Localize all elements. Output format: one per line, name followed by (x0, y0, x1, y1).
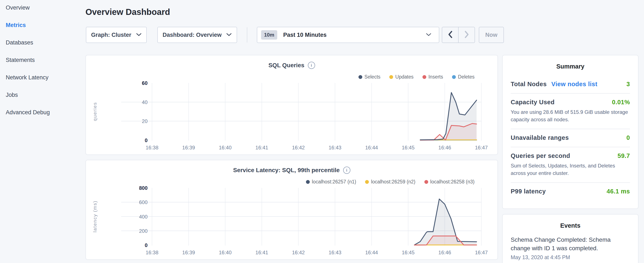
next-time-button[interactable] (458, 27, 474, 43)
legend-dot-icon (389, 75, 393, 79)
legend-item-inserts: Inserts (422, 74, 443, 80)
svg-text:16:42: 16:42 (292, 249, 305, 255)
legend-item-localhost-26259-n2: localhost:26259 (n2) (365, 179, 415, 185)
summary-value: 0 (626, 134, 630, 141)
svg-text:16:38: 16:38 (146, 249, 158, 255)
summary-description: Sum of Selects, Updates, Inserts, and De… (511, 162, 630, 177)
legend-label: localhost:26257 (n1) (312, 179, 356, 185)
legend-label: Selects (364, 74, 380, 80)
chevron-right-icon (464, 30, 470, 40)
svg-text:20: 20 (142, 118, 148, 124)
dashboard-dropdown-label: Dashboard: Overview (163, 32, 222, 38)
events-title: Events (502, 214, 638, 229)
graph-dropdown[interactable]: Graph: Cluster (86, 27, 147, 43)
sidebar-item-databases[interactable]: Databases (6, 38, 86, 47)
service-latency-chart[interactable]: 16:3816:3916:4016:4116:4216:4316:4416:45… (86, 160, 498, 260)
legend-dot-icon (358, 75, 362, 79)
legend-label: localhost:26258 (n3) (430, 179, 474, 185)
svg-text:0: 0 (145, 137, 148, 143)
legend-item-selects: Selects (358, 74, 380, 80)
summary-value: 0.01% (612, 99, 630, 106)
legend-item-localhost-26257-n1: localhost:26257 (n1) (306, 179, 356, 185)
svg-text:16:45: 16:45 (402, 145, 414, 150)
summary-row-capacity-used: Capacity Used0.01%You are using 28.6 MiB… (511, 94, 630, 129)
chevron-left-icon (447, 30, 454, 40)
info-icon[interactable]: i (343, 167, 350, 174)
legend-label: Updates (395, 74, 414, 80)
summary-value: 59.7 (618, 152, 630, 159)
summary-label: Capacity Used (511, 99, 554, 106)
legend-dot-icon (424, 180, 428, 184)
legend-item-deletes: Deletes (452, 74, 474, 80)
svg-text:0: 0 (145, 242, 148, 248)
chart-legend: SelectsUpdatesInsertsDeletes (358, 74, 474, 80)
sql-queries-chart[interactable]: 16:3816:3916:4016:4116:4216:4316:4416:45… (86, 55, 498, 155)
view-nodes-link[interactable]: View nodes list (551, 81, 597, 88)
time-range-selector[interactable]: 10m Past 10 Minutes (257, 27, 439, 43)
controls-divider (247, 27, 247, 43)
legend-item-localhost-26258-n3: localhost:26258 (n3) (424, 179, 474, 185)
svg-text:200: 200 (139, 228, 148, 234)
summary-row-total-nodes: Total NodesView nodes list3 (511, 76, 630, 94)
svg-text:400: 400 (139, 214, 148, 220)
summary-label: P99 latency (511, 188, 546, 195)
summary-row-p99-latency: P99 latency46.1 ms (511, 183, 630, 200)
chart-legend: localhost:26257 (n1)localhost:26259 (n2)… (306, 179, 474, 185)
svg-text:16:43: 16:43 (329, 145, 342, 150)
time-range-label: Past 10 Minutes (283, 32, 326, 38)
legend-dot-icon (452, 75, 456, 79)
svg-text:latency (ms): latency (ms) (92, 200, 98, 232)
page: OverviewMetricsDatabasesStatementsNetwor… (0, 0, 644, 263)
summary-label: Total Nodes (511, 81, 546, 88)
legend-dot-icon (306, 180, 310, 184)
chevron-down-icon (426, 33, 432, 37)
summary-label: Queries per second (511, 152, 570, 159)
legend-label: Inserts (428, 74, 443, 80)
svg-text:16:45: 16:45 (402, 249, 414, 255)
service-latency-chart-card: 16:3816:3916:4016:4116:4216:4316:4416:45… (86, 160, 498, 260)
legend-dot-icon (422, 75, 426, 79)
chart-title: SQL Queries (268, 62, 304, 69)
sidebar-item-jobs[interactable]: Jobs (6, 91, 86, 99)
svg-text:16:46: 16:46 (438, 249, 451, 255)
svg-text:16:41: 16:41 (255, 249, 268, 255)
svg-text:16:44: 16:44 (365, 145, 378, 150)
legend-label: localhost:26259 (n2) (371, 179, 415, 185)
chart-title: Service Latency: SQL, 99th percentile (233, 167, 340, 174)
page-title: Overview Dashboard (86, 7, 170, 18)
summary-row-queries-per-second: Queries per second59.7Sum of Selects, Up… (511, 147, 630, 183)
sql-queries-chart-card: 16:3816:3916:4016:4116:4216:4316:4416:45… (86, 55, 498, 155)
svg-text:16:38: 16:38 (146, 145, 158, 150)
event-timestamp: May 13, 2020 at 4:45 PM (511, 254, 630, 260)
svg-text:16:39: 16:39 (182, 249, 195, 255)
svg-text:16:40: 16:40 (219, 249, 232, 255)
sidebar-item-overview[interactable]: Overview (6, 4, 86, 12)
events-panel: Events Schema Change Completed: Schema c… (502, 214, 638, 263)
svg-text:60: 60 (142, 80, 148, 86)
svg-text:800: 800 (139, 185, 148, 191)
summary-row-unavailable-ranges: Unavailable ranges0 (511, 129, 630, 147)
sidebar-item-advanced-debug[interactable]: Advanced Debug (6, 108, 86, 117)
svg-text:16:47: 16:47 (475, 249, 488, 255)
previous-time-button[interactable] (442, 27, 458, 43)
legend-dot-icon (365, 180, 369, 184)
svg-text:40: 40 (142, 99, 148, 105)
now-button[interactable]: Now (479, 27, 504, 43)
dashboard-dropdown[interactable]: Dashboard: Overview (157, 27, 237, 43)
legend-item-updates: Updates (389, 74, 414, 80)
svg-text:16:43: 16:43 (329, 249, 342, 255)
svg-text:16:44: 16:44 (365, 249, 378, 255)
time-step-buttons (442, 27, 475, 43)
chevron-down-icon (136, 33, 142, 37)
sidebar-item-statements[interactable]: Statements (6, 56, 86, 64)
chevron-down-icon (226, 33, 232, 37)
info-icon[interactable]: i (308, 62, 315, 69)
svg-text:16:41: 16:41 (255, 145, 268, 150)
graph-dropdown-label: Graph: Cluster (91, 32, 131, 38)
event-item[interactable]: Schema Change Completed: Schema change w… (511, 235, 630, 260)
summary-value: 3 (626, 81, 630, 88)
legend-label: Deletes (458, 74, 474, 80)
sidebar-item-network-latency[interactable]: Network Latency (6, 73, 86, 82)
sidebar-item-metrics[interactable]: Metrics (6, 21, 86, 29)
svg-text:600: 600 (139, 199, 148, 205)
